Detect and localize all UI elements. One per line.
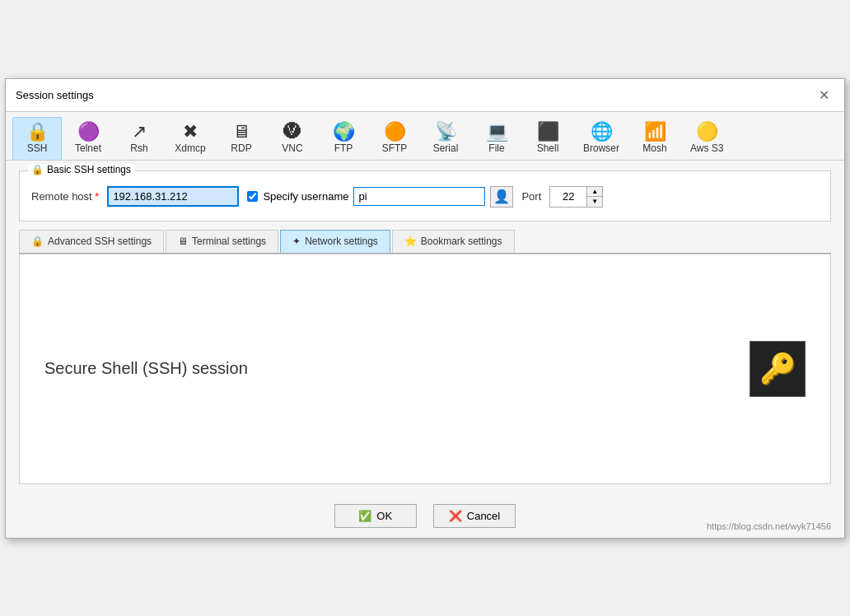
proto-tab-sftp[interactable]: 🟠SFTP	[370, 117, 419, 160]
advanced-ssh-icon: 🔒	[31, 236, 44, 247]
footer-url: https://blog.csdn.net/wyk71456	[707, 521, 831, 531]
proto-tab-vnc[interactable]: 🅥VNC	[268, 117, 317, 160]
awss3-icon: 🟡	[696, 123, 718, 141]
proto-tab-label: Mosh	[642, 142, 666, 154]
specify-username-row: Specify username 👤	[247, 186, 513, 208]
ssh-icon: 🔒	[26, 123, 49, 141]
proto-tab-label: Shell	[537, 142, 559, 154]
ftp-icon: 🌍	[333, 123, 355, 141]
cancel-label: Cancel	[467, 510, 500, 522]
proto-tab-mosh[interactable]: 📶Mosh	[630, 117, 680, 160]
telnet-icon: 🟣	[77, 123, 100, 141]
proto-tab-label: Xdmcp	[175, 142, 205, 154]
port-spinner: ▲ ▼	[549, 186, 603, 208]
remote-host-label: Remote host *	[31, 190, 99, 203]
session-settings-dialog: Session settings ✕ 🔒SSH🟣Telnet↗Rsh✖Xdmcp…	[5, 78, 845, 539]
key-icon-box: 🔑	[750, 341, 806, 397]
lower-section: 🔒Advanced SSH settings🖥Terminal settings…	[19, 230, 831, 484]
dialog-title: Session settings	[16, 89, 94, 101]
rdp-icon: 🖥	[232, 123, 250, 141]
mosh-icon: 📶	[644, 123, 666, 141]
proto-tab-awss3[interactable]: 🟡Aws S3	[681, 117, 732, 160]
main-panel: Secure Shell (SSH) session 🔑	[19, 254, 831, 484]
proto-tab-label: Serial	[433, 142, 459, 154]
port-increment-button[interactable]: ▲	[587, 187, 602, 197]
proto-tab-rsh[interactable]: ↗Rsh	[114, 117, 164, 160]
proto-tab-ftp[interactable]: 🌍FTP	[319, 117, 368, 160]
lower-tab-label: Network settings	[305, 236, 378, 247]
proto-tab-browser[interactable]: 🌐Browser	[574, 117, 628, 160]
cancel-icon: ❌	[449, 510, 462, 522]
xdmcp-icon: ✖	[183, 123, 198, 141]
user-icon-button[interactable]: 👤	[490, 186, 513, 208]
lower-tab-terminal[interactable]: 🖥Terminal settings	[166, 230, 278, 253]
port-decrement-button[interactable]: ▼	[587, 197, 602, 207]
proto-tab-telnet[interactable]: 🟣Telnet	[63, 117, 113, 160]
ok-label: OK	[376, 510, 392, 522]
network-icon: ✦	[292, 236, 301, 247]
shell-icon: ⬛	[537, 123, 559, 141]
basic-ssh-settings-box: 🔒 Basic SSH settings Remote host * Speci…	[19, 170, 831, 222]
proto-tab-label: Rsh	[130, 142, 147, 154]
close-button[interactable]: ✕	[814, 86, 834, 105]
settings-row: Remote host * Specify username 👤 Port ▲ …	[31, 186, 819, 208]
proto-tab-label: FTP	[334, 142, 353, 154]
port-input[interactable]	[549, 186, 586, 208]
proto-tab-label: RDP	[231, 142, 251, 154]
port-label: Port	[521, 190, 541, 203]
title-bar: Session settings ✕	[6, 79, 844, 112]
proto-tab-label: VNC	[282, 142, 302, 154]
lower-tab-label: Terminal settings	[192, 236, 266, 247]
rsh-icon: ↗	[132, 123, 147, 141]
ok-button[interactable]: ✅ OK	[334, 504, 417, 528]
lower-tab-advanced-ssh[interactable]: 🔒Advanced SSH settings	[19, 230, 164, 253]
proto-tab-shell[interactable]: ⬛Shell	[523, 117, 572, 160]
specify-username-checkbox[interactable]	[247, 191, 258, 202]
proto-tab-ssh[interactable]: 🔒SSH	[12, 117, 62, 160]
cancel-button[interactable]: ❌ Cancel	[433, 504, 516, 528]
proto-tab-xdmcp[interactable]: ✖Xdmcp	[166, 117, 215, 160]
lower-tab-label: Bookmark settings	[421, 236, 502, 247]
lower-tab-label: Advanced SSH settings	[48, 236, 152, 247]
spinner-buttons: ▲ ▼	[586, 186, 603, 208]
proto-tab-label: SFTP	[382, 142, 408, 154]
specify-username-label[interactable]: Specify username	[263, 190, 348, 203]
proto-tab-file[interactable]: 💻File	[472, 117, 521, 160]
browser-icon: 🌐	[591, 123, 613, 141]
footer: ✅ OK ❌ Cancel https://blog.csdn.net/wyk7…	[6, 494, 844, 538]
proto-tab-label: Telnet	[75, 142, 101, 154]
key-icon: 🔑	[759, 352, 796, 386]
serial-icon: 📡	[435, 123, 457, 141]
proto-tab-label: Aws S3	[690, 142, 723, 154]
basic-settings-title: 🔒 Basic SSH settings	[28, 164, 134, 175]
terminal-icon: 🖥	[178, 236, 188, 247]
proto-tab-label: Browser	[583, 142, 619, 154]
bookmark-icon: ⭐	[404, 236, 417, 247]
proto-tab-serial[interactable]: 📡Serial	[421, 117, 470, 160]
content-area: 🔒 Basic SSH settings Remote host * Speci…	[6, 161, 844, 494]
remote-host-input[interactable]	[107, 186, 239, 207]
lower-tabs: 🔒Advanced SSH settings🖥Terminal settings…	[19, 230, 831, 254]
proto-tab-label: SSH	[27, 142, 48, 154]
lower-tab-bookmark[interactable]: ⭐Bookmark settings	[392, 230, 515, 253]
lower-tab-network[interactable]: ✦Network settings	[280, 230, 390, 253]
file-icon: 💻	[486, 123, 508, 141]
proto-tab-rdp[interactable]: 🖥RDP	[217, 117, 266, 160]
protocol-tabs: 🔒SSH🟣Telnet↗Rsh✖Xdmcp🖥RDP🅥VNC🌍FTP🟠SFTP📡S…	[6, 112, 844, 161]
session-label: Secure Shell (SSH) session	[44, 359, 248, 378]
ok-icon: ✅	[358, 510, 371, 522]
vnc-icon: 🅥	[283, 123, 301, 141]
username-input[interactable]	[353, 187, 485, 206]
sftp-icon: 🟠	[384, 123, 406, 141]
proto-tab-label: File	[488, 142, 504, 154]
